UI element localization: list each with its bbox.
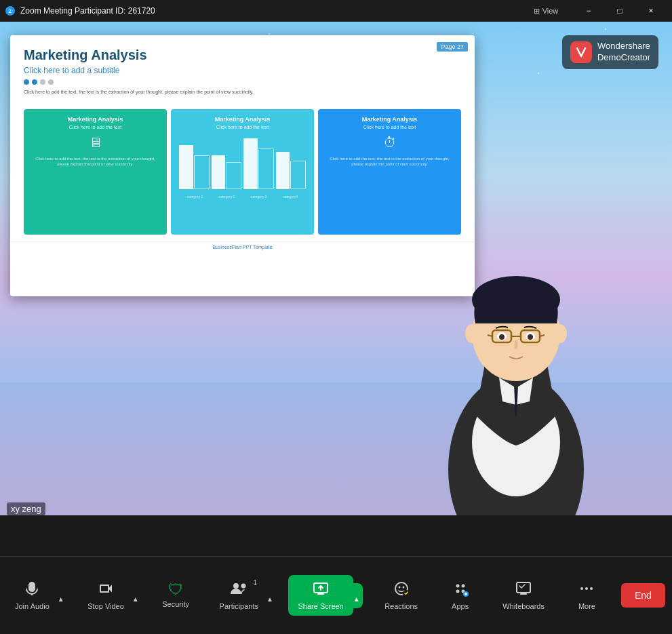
svg-point-30 (585, 587, 588, 590)
slide-cards: Marketing Analysis Click here to add the… (10, 109, 475, 241)
share-screen-icon-svg (313, 580, 329, 597)
more-label: More (578, 602, 595, 610)
apps-icon-svg (452, 580, 469, 597)
slide-title: Marketing Analysis (24, 47, 461, 63)
slide-description: Click here to add the text, the text is … (24, 89, 461, 96)
share-screen-icon (313, 580, 329, 599)
bar-3b (258, 148, 274, 189)
svg-point-16 (233, 583, 239, 589)
black-gap (0, 515, 672, 556)
bar-1b (194, 155, 210, 189)
slide-subtitle: Click here to add a subtitle (24, 66, 461, 75)
bar-2a (212, 155, 226, 189)
whiteboards-label: Whiteboards (502, 602, 545, 610)
stop-video-arrow[interactable]: ▲ (132, 583, 140, 608)
join-audio-icon (24, 580, 40, 599)
security-button[interactable]: 🛡 Security (154, 577, 197, 614)
wondershare-line2: DemoCreator (597, 52, 650, 64)
wondershare-line1: Wondershare (597, 41, 650, 52)
dot-4 (48, 79, 54, 85)
share-screen-group: Share Screen ▲ (288, 575, 362, 616)
card3-title: Marketing Analysis (323, 116, 456, 123)
svg-point-31 (590, 587, 593, 590)
title-bar: Z Zoom Meeting Participant ID: 261720 ⊞ … (0, 0, 672, 22)
maximize-button[interactable]: □ (604, 0, 635, 22)
end-button[interactable]: End (621, 583, 665, 608)
dot-2 (32, 79, 37, 85)
wondershare-text: Wondershare DemoCreator (597, 41, 650, 64)
bar-group-1 (179, 145, 210, 189)
card1-title: Marketing Analysis (29, 116, 161, 123)
svg-point-21 (402, 587, 404, 589)
dot-1 (24, 79, 29, 85)
window-controls: ⊞ View − □ × (519, 0, 667, 22)
svg-point-20 (398, 587, 400, 589)
stop-video-button[interactable]: Stop Video (79, 575, 132, 616)
minimize-button[interactable]: − (573, 0, 604, 22)
chart-label-3: category 3 (251, 195, 266, 199)
svg-point-17 (241, 584, 246, 589)
card2-title: Marketing Analysis (176, 116, 309, 123)
avatar-svg (421, 144, 611, 523)
whiteboards-button[interactable]: Whiteboards (494, 575, 553, 616)
slide-dots (24, 79, 461, 85)
participants-button[interactable]: 1 Participants (212, 575, 266, 616)
window-title: Zoom Meeting Participant ID: 261720 (20, 6, 155, 16)
svg-point-15 (553, 324, 567, 343)
share-screen-arrow[interactable]: ▲ (353, 583, 363, 608)
join-audio-label: Join Audio (15, 602, 50, 610)
video-icon-svg (98, 580, 114, 597)
audio-icon-svg (24, 580, 40, 597)
stop-video-icon (98, 580, 114, 599)
slide-card-2: Marketing Analysis Click here to add the… (171, 109, 314, 235)
slide-page-badge: Page 27 (437, 42, 468, 52)
card1-text: Click here to add the text, the text is … (29, 156, 161, 167)
toolbar: Join Audio ▲ Stop Video ▲ 🛡 Security (0, 556, 672, 634)
stop-video-group: Stop Video ▲ (79, 575, 140, 616)
bar-4a (276, 152, 290, 189)
view-button[interactable]: ⊞ View (519, 0, 573, 22)
close-button[interactable]: × (635, 0, 667, 22)
chart-label-4: category4 (283, 195, 298, 199)
reactions-button[interactable]: Reactions (376, 575, 426, 616)
bar-3a (243, 138, 258, 189)
bar-2b (226, 162, 241, 189)
participant-name: xy zeng (7, 502, 45, 515)
join-audio-arrow[interactable]: ▲ (58, 583, 66, 608)
reactions-icon-svg (393, 580, 410, 597)
svg-point-23 (456, 585, 459, 588)
participants-group: 1 Participants ▲ (212, 575, 275, 616)
security-icon: 🛡 (168, 582, 183, 597)
chart-label-2: category 2 (219, 195, 235, 199)
card2-subtitle: Click here to add the text (176, 125, 309, 130)
bar-group-3 (243, 138, 274, 189)
title-bar-left: Z Zoom Meeting Participant ID: 261720 (5, 6, 155, 16)
chart-label-1: category 1 (187, 195, 203, 199)
svg-point-29 (580, 587, 583, 590)
card1-subtitle: Click here to add the text (29, 125, 161, 130)
apps-icon (452, 580, 469, 599)
zoom-logo-icon: Z (5, 6, 15, 16)
apps-button[interactable]: Apps (440, 575, 481, 616)
more-icon-svg (578, 580, 595, 597)
bar-group-2 (212, 155, 242, 189)
participants-label: Participants (220, 602, 258, 610)
more-button[interactable]: More (566, 575, 607, 616)
svg-point-24 (461, 585, 465, 588)
join-audio-button[interactable]: Join Audio (7, 575, 58, 616)
bar-group-4 (276, 152, 307, 189)
svg-point-12 (499, 334, 505, 340)
share-screen-button[interactable]: Share Screen (288, 575, 353, 616)
svg-rect-28 (517, 582, 530, 593)
view-icon: ⊞ (534, 7, 540, 16)
participants-arrow[interactable]: ▲ (266, 583, 275, 608)
main-content: Wondershare DemoCreator Page 27 Marketin… (0, 22, 672, 537)
participants-count: 1 (253, 579, 257, 587)
avatar-container (421, 144, 638, 537)
card1-icon: 🖥 (29, 135, 161, 151)
reactions-label: Reactions (384, 602, 418, 610)
participants-icon (230, 580, 248, 599)
apps-label: Apps (452, 602, 469, 610)
slide-header: Marketing Analysis Click here to add a s… (10, 35, 475, 109)
reactions-icon (393, 580, 410, 599)
